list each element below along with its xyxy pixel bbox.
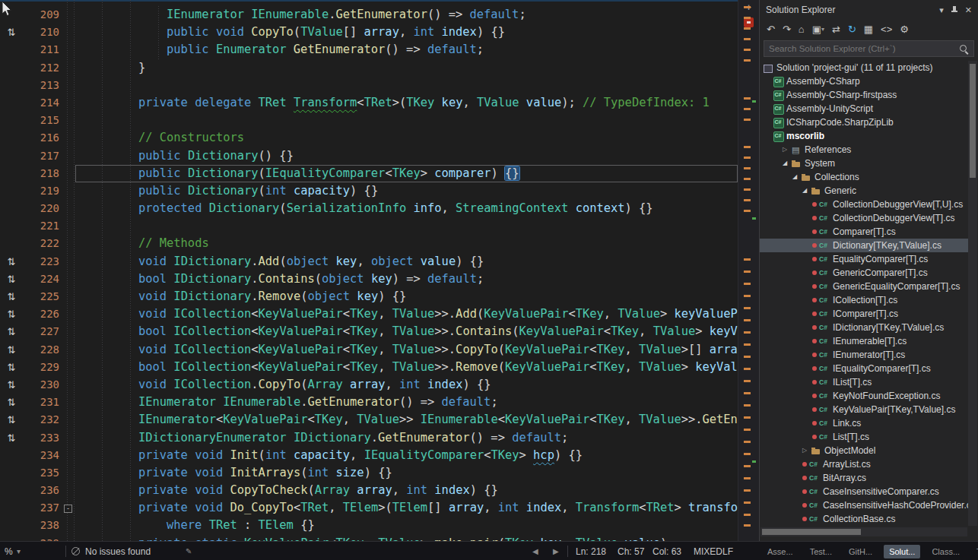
show-all-files-icon[interactable]: ▦	[864, 24, 873, 36]
line-number[interactable]: 235	[20, 464, 59, 482]
line-number[interactable]: 225	[20, 288, 59, 305]
tree-item-collectiondebuggerview-t-u-cs[interactable]: CollectionDebuggerView[T,U].cs	[760, 198, 968, 211]
code-line-229[interactable]: bool ICollection<KeyValuePair<TKey, TVal…	[75, 359, 738, 376]
back-icon[interactable]: ↶	[767, 24, 775, 36]
line-number[interactable]: 223	[20, 253, 59, 271]
line-number[interactable]: 219	[20, 182, 59, 200]
editor-vertical-scrollbar[interactable]: +	[738, 0, 759, 541]
line-number[interactable]: 211	[20, 41, 59, 59]
tree-item-collections[interactable]: ◢Collections	[760, 170, 968, 184]
tree-item-collectionbase-cs[interactable]: CollectionBase.cs	[760, 512, 968, 526]
code-line-238[interactable]: where TRet : TElem {}	[75, 517, 738, 534]
pin-icon[interactable]	[951, 5, 958, 14]
issues-status-text[interactable]: No issues found	[85, 542, 151, 560]
code-line-237[interactable]: private void Do_CopyTo<TRet, TElem>(TEle…	[75, 499, 738, 517]
code-line-213[interactable]	[75, 77, 738, 94]
tree-item-assembly-unityscript[interactable]: Assembly-UnityScript	[760, 102, 968, 115]
code-line-233[interactable]: IDictionaryEnumerator IDictionary.GetEnu…	[75, 429, 738, 447]
line-number[interactable]: 212	[20, 59, 59, 77]
tree-item-assembly-csharp-firstpass[interactable]: Assembly-CSharp-firstpass	[760, 88, 968, 102]
expanded-arrow-icon[interactable]: ◢	[783, 157, 791, 170]
refresh-icon[interactable]: ↻	[848, 24, 856, 36]
collapsed-arrow-icon[interactable]: ▷	[802, 444, 811, 457]
tree-item-collectiondebuggerview-t-cs[interactable]: CollectionDebuggerView[T].cs	[760, 211, 968, 225]
tree-item-ilist-t-cs[interactable]: IList[T].cs	[760, 375, 968, 389]
code-line-235[interactable]: private void InitArrays(int size) {}	[75, 464, 738, 482]
view-code-icon[interactable]: <>	[881, 24, 892, 36]
zoom-control[interactable]: %	[5, 542, 13, 560]
line-number-margin[interactable]: 2092102112122132142152162172182192202212…	[20, 6, 59, 541]
tree-item-mscorlib[interactable]: mscorlib	[760, 129, 968, 143]
line-number[interactable]: 228	[20, 341, 59, 359]
line-number[interactable]: 231	[20, 394, 59, 411]
line-number[interactable]: 227	[20, 323, 59, 340]
solution-tree[interactable]: Solution 'project-gui' (11 of 11 project…	[760, 61, 968, 527]
code-line-218[interactable]: public Dictionary(IEqualityComparer<TKey…	[75, 165, 738, 182]
window-position-icon[interactable]: ▾	[939, 5, 944, 14]
new-view-icon[interactable]: ▣▾	[812, 24, 824, 36]
tree-horizontal-scrollbar[interactable]	[760, 527, 967, 536]
home-icon[interactable]: ⌂	[799, 24, 805, 36]
collapsed-arrow-icon[interactable]: ▷	[783, 143, 791, 157]
tree-item-system[interactable]: ◢System	[760, 157, 968, 170]
line-number[interactable]: 237	[20, 499, 59, 517]
code-line-231[interactable]: IEnumerator IEnumerable.GetEnumerator() …	[75, 394, 738, 411]
line-number[interactable]: 229	[20, 359, 59, 376]
line-ending-indicator[interactable]: LF	[722, 542, 733, 560]
line-number[interactable]: 221	[20, 217, 59, 235]
tree-item-ienumerator-t-cs[interactable]: IEnumerator[T].cs	[760, 348, 968, 362]
close-icon[interactable]: ✕	[965, 5, 972, 14]
sync-with-active-document-icon[interactable]: ⇄	[832, 24, 840, 36]
line-number[interactable]: 222	[20, 235, 59, 252]
line-number[interactable]: 232	[20, 411, 59, 429]
properties-icon[interactable]: ⚙	[900, 24, 909, 36]
code-line-221[interactable]	[75, 217, 738, 235]
line-number[interactable]: 233	[20, 429, 59, 447]
tree-horizontal-scrollbar-thumb[interactable]	[762, 529, 861, 535]
code-line-210[interactable]: public void CopyTo(TValue[] array, int i…	[75, 24, 738, 41]
expanded-arrow-icon[interactable]: ◢	[802, 184, 811, 198]
line-number[interactable]: 224	[20, 271, 59, 288]
tree-vertical-scrollbar-thumb[interactable]	[970, 64, 976, 178]
expanded-arrow-icon[interactable]: ◢	[792, 170, 801, 184]
tree-item-genericequalitycomparer-t-cs[interactable]: GenericEqualityComparer[T].cs	[760, 280, 968, 293]
tree-item-keyvaluepair-tkey-tvalue-cs[interactable]: KeyValuePair[TKey,TValue].cs	[760, 403, 968, 416]
code-line-228[interactable]: void ICollection<KeyValuePair<TKey, TVal…	[75, 341, 738, 359]
line-number[interactable]: 216	[20, 129, 59, 147]
tree-item-assembly-csharp[interactable]: Assembly-CSharp	[760, 74, 968, 88]
line-number[interactable]: 226	[20, 305, 59, 323]
tree-item-genericcomparer-t-cs[interactable]: GenericComparer[T].cs	[760, 266, 968, 280]
tree-item-bitarray-cs[interactable]: BitArray.cs	[760, 471, 968, 485]
tree-item-solution-project-gui-11-of-11-projects[interactable]: Solution 'project-gui' (11 of 11 project…	[760, 61, 968, 74]
tool-window-tab-solut[interactable]: Solut...	[884, 545, 920, 558]
line-number[interactable]: 234	[20, 447, 59, 464]
tree-item-comparer-t-cs[interactable]: Comparer[T].cs	[760, 225, 968, 239]
code-line-239[interactable]: private static KeyValuePair<TKey, TValue…	[75, 535, 738, 541]
tree-item-keynotfoundexception-cs[interactable]: KeyNotFoundException.cs	[760, 389, 968, 403]
tool-window-tab-tea[interactable]: Tea...	[971, 545, 978, 558]
search-icon[interactable]	[959, 44, 969, 54]
tool-window-tab-test[interactable]: Test...	[805, 545, 837, 558]
line-number[interactable]: 218	[20, 165, 59, 182]
code-line-232[interactable]: IEnumerator<KeyValuePair<TKey, TValue>> …	[75, 411, 738, 429]
line-number[interactable]: 236	[20, 482, 59, 499]
encoding-indicator[interactable]: MIXED	[694, 542, 722, 560]
code-line-226[interactable]: void ICollection<KeyValuePair<TKey, TVal…	[75, 305, 738, 323]
tree-item-idictionary-tkey-tvalue-cs[interactable]: IDictionary[TKey,TValue].cs	[760, 321, 968, 334]
tree-item-link-cs[interactable]: Link.cs	[760, 416, 968, 430]
code-line-220[interactable]: protected Dictionary(SerializationInfo i…	[75, 200, 738, 217]
code-line-224[interactable]: bool IDictionary.Contains(object key) =>…	[75, 271, 738, 288]
code-editor[interactable]: ⇅⇅⇅⇅⇅⇅⇅⇅⇅⇅⇅⇅ 209210211212213214215216217…	[0, 0, 759, 541]
search-input[interactable]	[769, 44, 959, 53]
tree-item-references[interactable]: ▷References	[760, 143, 968, 157]
tree-item-dictionary-tkey-tvalue-cs[interactable]: Dictionary[TKey,TValue].cs	[760, 239, 968, 252]
code-line-230[interactable]: void ICollection.CopyTo(Array array, int…	[75, 376, 738, 394]
tree-item-arraylist-cs[interactable]: ArrayList.cs	[760, 457, 968, 471]
code-line-215[interactable]	[75, 112, 738, 129]
scroll-left-icon[interactable]: ◀	[532, 542, 538, 560]
tree-item-caseinsensitivehashcodeprovider-cs[interactable]: CaseInsensitiveHashCodeProvider.cs	[760, 498, 968, 512]
tool-window-tab-asse[interactable]: Asse...	[762, 545, 799, 558]
line-number[interactable]: 215	[20, 112, 59, 129]
line-number[interactable]: 217	[20, 147, 59, 165]
line-number[interactable]: 239	[20, 535, 59, 541]
